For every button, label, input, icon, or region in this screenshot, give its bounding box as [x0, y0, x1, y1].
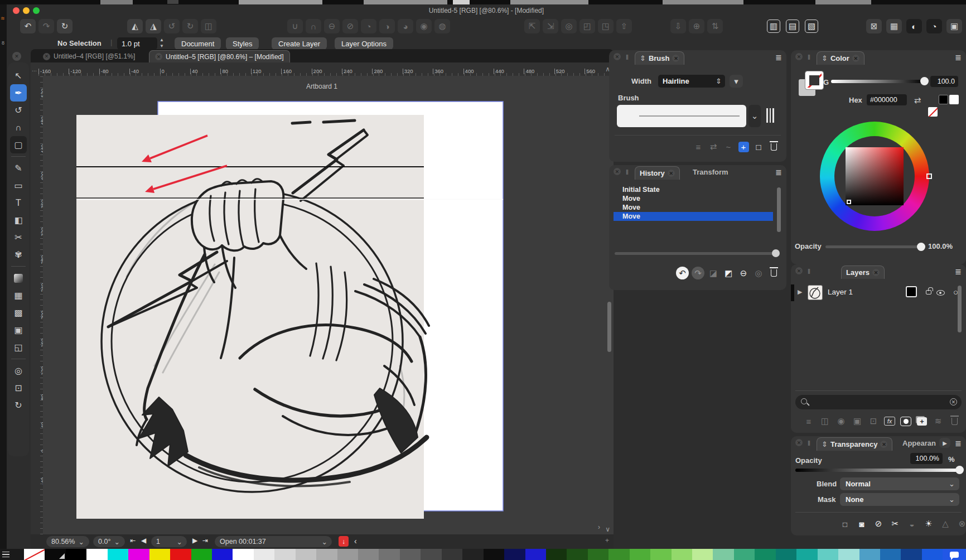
- layer-color-swatch[interactable]: [906, 286, 917, 297]
- palette-swatch[interactable]: [191, 549, 212, 560]
- snapshot-layer-button[interactable]: [900, 415, 912, 427]
- palette-swatch[interactable]: [818, 549, 838, 560]
- gradient-tool[interactable]: [10, 269, 27, 287]
- stroke-width-stepper[interactable]: ▲▼: [160, 37, 164, 49]
- rectangle-tool[interactable]: ▭: [10, 177, 27, 194]
- add-brush-button[interactable]: +: [737, 141, 750, 153]
- panel-grip[interactable]: ‖: [626, 54, 629, 61]
- delete-brush-button[interactable]: [767, 141, 780, 153]
- align-center-button[interactable]: ◎: [561, 19, 577, 33]
- layer-settings-icon[interactable]: ≡: [803, 415, 815, 427]
- inspect-button[interactable]: ▧: [805, 20, 818, 33]
- close-tab-icon[interactable]: ✕: [155, 53, 162, 60]
- history-redo-button[interactable]: ↷: [692, 267, 704, 279]
- tab-appearance[interactable]: Appearan: [902, 439, 936, 447]
- history-item[interactable]: Move: [614, 194, 773, 203]
- delete-snapshot-button[interactable]: ◪: [707, 267, 719, 279]
- wave-stroke-icon[interactable]: ~: [722, 141, 735, 153]
- close-panel-button[interactable]: ✕: [795, 439, 803, 446]
- tab-transparency[interactable]: ⇕ Transparency ✕: [817, 437, 892, 451]
- zoom-level-dropdown[interactable]: 80.56%⌄: [46, 536, 89, 547]
- palette-swatch[interactable]: [337, 549, 358, 560]
- previous-artboard-icon[interactable]: ◀: [141, 537, 146, 544]
- focus-button[interactable]: ▣: [946, 19, 962, 33]
- panel-menu-icon[interactable]: ≣: [775, 53, 782, 62]
- flip-vertical-button[interactable]: ◮: [146, 19, 161, 33]
- panel-menu-icon[interactable]: ≣: [775, 168, 782, 177]
- brush-style-icon[interactable]: [766, 108, 774, 123]
- history-slider-thumb[interactable]: [772, 249, 780, 257]
- union-button[interactable]: ∪: [287, 19, 303, 33]
- palette-swatch[interactable]: [796, 549, 817, 560]
- palette-swatch[interactable]: [170, 549, 191, 560]
- history-scrollbar[interactable]: [777, 187, 781, 232]
- palette-swatch[interactable]: [734, 549, 755, 560]
- close-panel-button[interactable]: ✕: [614, 53, 621, 60]
- tab-transform[interactable]: Transform: [693, 168, 728, 176]
- bring-forward-button[interactable]: ◰: [579, 19, 595, 33]
- palette-swatch[interactable]: [484, 549, 504, 560]
- stroke-settings-icon[interactable]: ≡: [692, 141, 704, 153]
- remove-state-button[interactable]: ⊖: [737, 267, 750, 279]
- visibility-eye-icon[interactable]: [936, 290, 945, 296]
- palette-swatch[interactable]: [650, 549, 671, 560]
- close-tab-icon[interactable]: ✕: [668, 170, 675, 177]
- sync-button[interactable]: ↻: [57, 19, 73, 33]
- palette-swatch[interactable]: [316, 549, 337, 560]
- crop-layer-icon[interactable]: ⊡: [867, 415, 880, 427]
- shapes-library-button[interactable]: ▥: [767, 20, 780, 33]
- expand-layer-chevron[interactable]: ▶: [798, 288, 802, 296]
- palette-swatch[interactable]: [462, 549, 483, 560]
- rotate-select-tool[interactable]: ↺: [10, 102, 27, 119]
- palette-swatch[interactable]: [755, 549, 775, 560]
- layer-row[interactable]: ▶ Layer 1 ○: [791, 283, 966, 302]
- saturation-marker[interactable]: [847, 200, 851, 204]
- notes-button[interactable]: ▤: [786, 20, 799, 33]
- cut-mask-icon[interactable]: ✂: [889, 518, 901, 530]
- layers-search-input[interactable]: ✕: [795, 395, 962, 409]
- sphere-mask-icon[interactable]: ◒: [906, 518, 918, 530]
- history-undo-button[interactable]: ↶: [676, 267, 689, 279]
- layer-name[interactable]: Layer 1: [828, 288, 853, 296]
- clear-search-icon[interactable]: ✕: [950, 398, 957, 405]
- no-color-swatch[interactable]: [24, 549, 45, 560]
- align-left-button[interactable]: ⇱: [524, 19, 540, 33]
- close-tab-icon[interactable]: ✕: [852, 55, 859, 62]
- divide-button[interactable]: ◔: [361, 19, 376, 33]
- palette-swatch[interactable]: [901, 549, 921, 560]
- palette-swatch[interactable]: [880, 549, 901, 560]
- presentation-button[interactable]: ◔: [926, 19, 942, 33]
- close-panel-button[interactable]: ✕: [614, 168, 621, 175]
- move-up-button[interactable]: ⇧: [616, 19, 632, 33]
- transparency-slider[interactable]: [795, 469, 962, 472]
- palette-swatch[interactable]: [86, 549, 107, 560]
- subtract-button[interactable]: ∩: [306, 19, 321, 33]
- brush-preview[interactable]: [617, 105, 746, 127]
- palette-swatch[interactable]: [128, 549, 149, 560]
- palette-swatch[interactable]: [379, 549, 399, 560]
- tab-untitled-5[interactable]: ✕ Untitled–5 [RGB] [@80.6%] – [Modified]: [149, 50, 290, 62]
- feedback-chat-button[interactable]: [943, 549, 966, 560]
- outline-mode-button[interactable]: ◐: [906, 19, 922, 33]
- tab-color[interactable]: ⇕ Color ✕: [817, 51, 864, 65]
- shuffle-brush-icon[interactable]: ⇄: [707, 141, 719, 153]
- rotate-right-button[interactable]: ↻: [182, 19, 198, 33]
- eyedropper-tool[interactable]: ◎: [10, 362, 27, 379]
- hex-field[interactable]: #000000: [867, 94, 907, 105]
- black-well[interactable]: [939, 95, 948, 104]
- close-tab-icon[interactable]: ✕: [672, 55, 679, 62]
- add-layer-button[interactable]: +: [916, 415, 928, 427]
- palette-swatch[interactable]: [838, 549, 859, 560]
- rotate-left-button[interactable]: ↺: [164, 19, 180, 33]
- redo-button[interactable]: ↷: [38, 19, 54, 33]
- palette-swatch[interactable]: [546, 549, 567, 560]
- flip-horizontal-button[interactable]: ◭: [127, 19, 143, 33]
- palette-swatch[interactable]: [212, 549, 233, 560]
- stroke-swatch[interactable]: [805, 71, 823, 89]
- blend-dropdown[interactable]: Normal ⌄: [840, 477, 959, 490]
- panel-grip[interactable]: ‖: [626, 168, 629, 176]
- crop-tool[interactable]: ⊡: [10, 379, 27, 397]
- close-panel-button[interactable]: ✕: [795, 53, 803, 60]
- timeline-dropdown[interactable]: Open 00:01:37⌄: [215, 536, 332, 547]
- frame-brush-icon[interactable]: □: [752, 141, 765, 153]
